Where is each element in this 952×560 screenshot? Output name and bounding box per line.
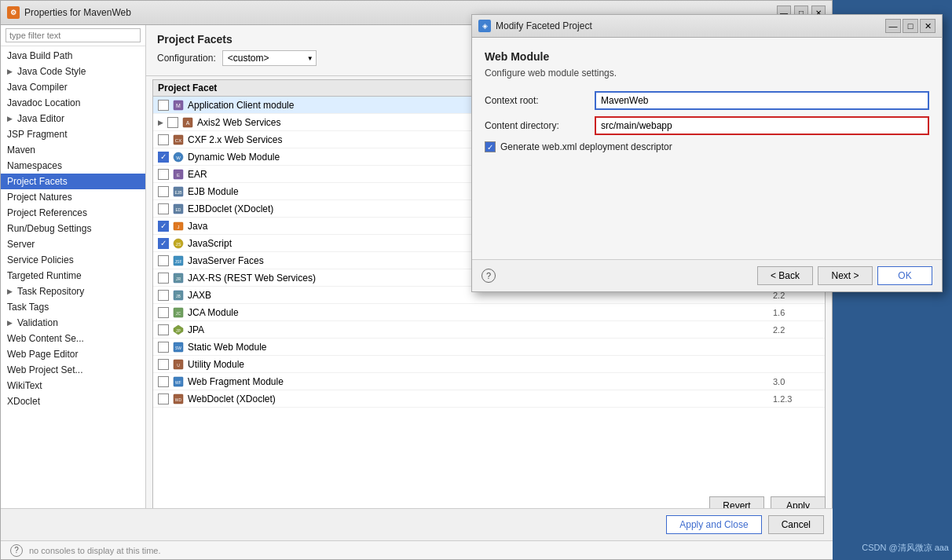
next-button[interactable]: Next > [818,266,873,285]
dialog-close-button[interactable]: ✕ [920,19,936,33]
dialog-help-area: ? [481,269,496,283]
dialog-help-button[interactable]: ? [481,269,496,283]
dialog-overlay: ◈ Modify Faceted Project — □ ✕ Web Modul… [0,0,952,560]
dialog-action-buttons: < Back Next > OK [757,266,932,285]
dialog-section-desc: Configure web module settings. [485,68,929,79]
generate-xml-checkbox[interactable]: ✓ [485,141,496,152]
generate-xml-row: ✓ Generate web.xml deployment descriptor [485,141,929,152]
modify-faceted-dialog: ◈ Modify Faceted Project — □ ✕ Web Modul… [471,14,943,292]
dialog-section-title: Web Module [485,50,929,63]
dialog-maximize-button[interactable]: □ [903,19,918,33]
dialog-title: Modify Faceted Project [496,20,881,31]
dialog-body: Web Module Configure web module settings… [472,38,942,259]
context-root-input[interactable] [595,91,929,110]
dialog-footer: ? < Back Next > OK [472,259,942,291]
content-directory-label: Content directory: [485,120,595,131]
dialog-titlebar: ◈ Modify Faceted Project — □ ✕ [472,15,942,38]
dialog-titlebar-buttons: — □ ✕ [885,19,936,33]
content-directory-input[interactable] [595,116,929,135]
back-button[interactable]: < Back [757,266,813,285]
context-root-row: Context root: [485,91,929,110]
ok-button[interactable]: OK [877,266,932,285]
dialog-icon: ◈ [478,20,491,32]
generate-xml-label: Generate web.xml deployment descriptor [500,141,672,152]
dialog-minimize-button[interactable]: — [885,19,901,33]
content-directory-row: Content directory: [485,116,929,135]
dialog-spacer [485,152,929,247]
context-root-label: Context root: [485,95,595,106]
